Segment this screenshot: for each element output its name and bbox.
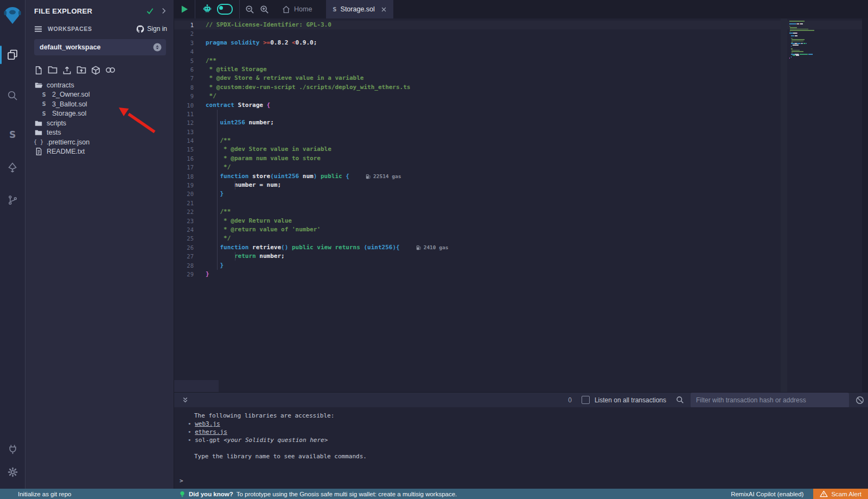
- rail-item-remix-logo[interactable]: [0, 0, 25, 30]
- line-text: /**: [206, 207, 231, 216]
- git-icon: [8, 195, 18, 205]
- chevron-right-icon[interactable]: [161, 8, 167, 14]
- gas-estimate-badge: 2410 gas: [416, 243, 449, 252]
- code-line-21: 21: [174, 199, 868, 207]
- code-line-14: 14 /**: [174, 136, 868, 145]
- rail-item-settings[interactable]: [0, 463, 25, 481]
- tree-item-label: contracts: [47, 81, 74, 89]
- line-number: 8: [174, 83, 206, 92]
- terminal-line: The following libraries are accessible:: [180, 412, 868, 420]
- code-line-4: 4: [174, 47, 868, 56]
- tree-item--prettierrc-json[interactable]: { }.prettierrc.json: [25, 137, 174, 147]
- tree-item-storage-sol[interactable]: SStorage.sol: [25, 109, 174, 119]
- copilot-toggle[interactable]: [217, 4, 233, 15]
- github-icon: [136, 25, 144, 33]
- solidity-file-icon: S: [40, 92, 48, 98]
- line-number: 28: [174, 261, 206, 270]
- line-text: function retrieve() public view returns …: [206, 243, 400, 252]
- code-editor[interactable]: 1// SPDX-License-Identifier: GPL-3.023pr…: [174, 18, 868, 392]
- file-tree: contractsS2_Owner.solS3_Ballot.solSStora…: [25, 80, 174, 156]
- minimap[interactable]: [788, 21, 835, 59]
- warning-icon: [820, 490, 828, 497]
- line-text: */: [206, 92, 216, 100]
- git-init-button[interactable]: Initialize as git repo: [18, 491, 71, 497]
- tab-label: Storage.sol: [341, 5, 375, 13]
- filter-input[interactable]: [691, 393, 849, 408]
- activity-bar-top: S: [0, 0, 25, 209]
- tree-item-3-ballot-sol[interactable]: S3_Ballot.sol: [25, 99, 174, 109]
- file-explorer-icon: [7, 49, 18, 61]
- terminal-link[interactable]: ethers.js: [195, 428, 227, 435]
- folder-open-icon: [34, 82, 43, 89]
- line-number: 2: [174, 29, 206, 38]
- solidity-file-icon: S: [333, 7, 336, 12]
- terminal-line: [180, 444, 868, 452]
- scam-alert-button[interactable]: Scam Alert: [813, 489, 868, 499]
- ai-robot-icon[interactable]: [202, 4, 213, 15]
- hamburger-menu-icon[interactable]: [34, 26, 42, 33]
- code-line-13: 13: [174, 128, 868, 136]
- copilot-status[interactable]: RemixAI Copilot (enabled): [731, 491, 803, 497]
- terminal-link[interactable]: web3.js: [195, 420, 220, 427]
- cube-icon[interactable]: [91, 66, 100, 75]
- code-line-6: 6 * @title Storage: [174, 65, 868, 74]
- close-icon[interactable]: [381, 7, 387, 12]
- line-number: 19: [174, 181, 206, 190]
- line-text: function store(uint256 num) public {: [206, 172, 349, 181]
- code-line-23: 23 * @dev Return value: [174, 217, 868, 225]
- indent-guide: [235, 252, 235, 261]
- editor-bottom-strip: [174, 380, 219, 392]
- line-number: 25: [174, 234, 206, 243]
- new-file-icon[interactable]: [34, 66, 43, 75]
- terminal-collapse-icon[interactable]: [182, 396, 189, 404]
- line-text: * @dev Return value: [206, 217, 292, 225]
- tree-item-readme-txt[interactable]: README.txt: [25, 147, 174, 157]
- file-text-icon: [34, 147, 43, 156]
- code-line-19: 19 number = num;: [174, 181, 868, 190]
- tab-storage-sol[interactable]: S Storage.sol: [326, 0, 393, 18]
- rail-item-file-explorer[interactable]: [0, 46, 25, 64]
- rail-item-git[interactable]: [0, 191, 25, 209]
- sign-in-button[interactable]: Sign in: [136, 25, 167, 33]
- zoom-in-icon[interactable]: [260, 5, 269, 14]
- link-icon[interactable]: [105, 66, 116, 74]
- upload-file-icon[interactable]: [62, 66, 72, 75]
- rail-item-solidity-compiler[interactable]: S: [0, 125, 25, 144]
- tree-item-label: tests: [47, 129, 61, 136]
- file-explorer-toolbar: [25, 64, 174, 76]
- check-icon[interactable]: [146, 7, 154, 15]
- code-line-11: 11: [174, 110, 868, 118]
- search-icon: [7, 90, 18, 101]
- tree-item-2-owner-sol[interactable]: S2_Owner.sol: [25, 90, 174, 100]
- line-number: 27: [174, 252, 206, 261]
- line-number: 3: [174, 39, 206, 47]
- tree-item-contracts[interactable]: contracts: [25, 80, 174, 90]
- line-text: /**: [206, 56, 216, 65]
- run-script-button[interactable]: [174, 0, 195, 18]
- rail-item-deploy-run[interactable]: [0, 159, 25, 177]
- terminal-output[interactable]: The following libraries are accessible:•…: [174, 407, 868, 489]
- upload-folder-icon[interactable]: [76, 66, 86, 74]
- line-number: 11: [174, 110, 206, 118]
- search-icon[interactable]: [676, 396, 684, 404]
- zoom-out-icon[interactable]: [245, 5, 254, 14]
- clear-filter-icon[interactable]: [856, 396, 864, 405]
- code-line-25: 25 */: [174, 234, 868, 243]
- line-text: * @dev Store value in variable: [206, 145, 331, 154]
- terminal-prompt[interactable]: >: [180, 477, 868, 485]
- code-line-1: 1// SPDX-License-Identifier: GPL-3.0: [174, 21, 868, 29]
- line-text: }: [206, 270, 209, 279]
- editor-scrollbar[interactable]: [781, 18, 787, 392]
- rail-item-search[interactable]: [0, 86, 25, 105]
- rail-item-plugin-manager[interactable]: [0, 440, 25, 458]
- listen-checkbox[interactable]: [582, 396, 590, 404]
- workspaces-row: WORKSPACES Sign in: [25, 23, 174, 35]
- line-text: pragma solidity >=0.8.2 <0.9.0;: [206, 39, 317, 47]
- home-tab[interactable]: Home: [275, 5, 320, 14]
- code-line-8: 8 * @custom:dev-run-script ./scripts/dep…: [174, 83, 868, 92]
- line-number: 7: [174, 74, 206, 83]
- tree-item-scripts[interactable]: scripts: [25, 118, 174, 128]
- workspace-select[interactable]: default_workspace: [34, 39, 166, 55]
- tree-item-tests[interactable]: tests: [25, 128, 174, 138]
- new-folder-icon[interactable]: [48, 66, 58, 74]
